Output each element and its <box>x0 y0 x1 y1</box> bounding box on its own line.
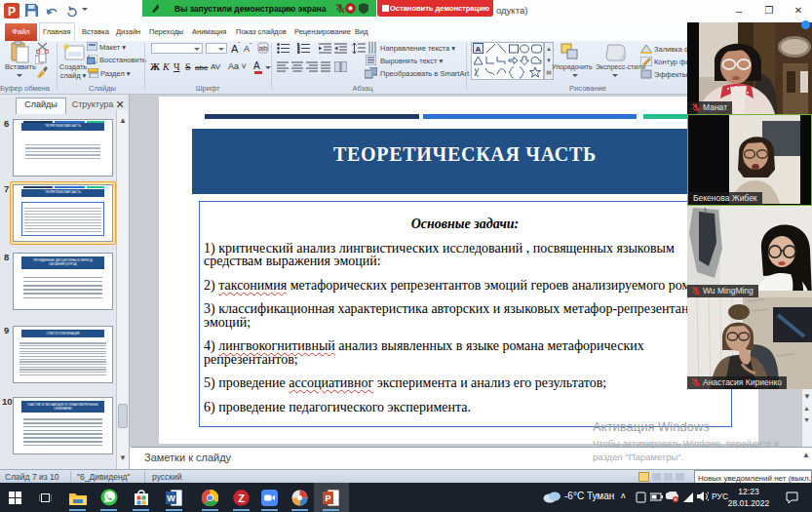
svg-text:ab: ab <box>259 44 268 53</box>
svg-text:3: 3 <box>297 50 300 54</box>
svg-text:W: W <box>167 493 175 503</box>
svg-text:Z: Z <box>238 492 245 504</box>
svg-text:P: P <box>8 5 16 19</box>
svg-text:A: A <box>476 45 482 54</box>
svg-text:P: P <box>325 493 330 503</box>
